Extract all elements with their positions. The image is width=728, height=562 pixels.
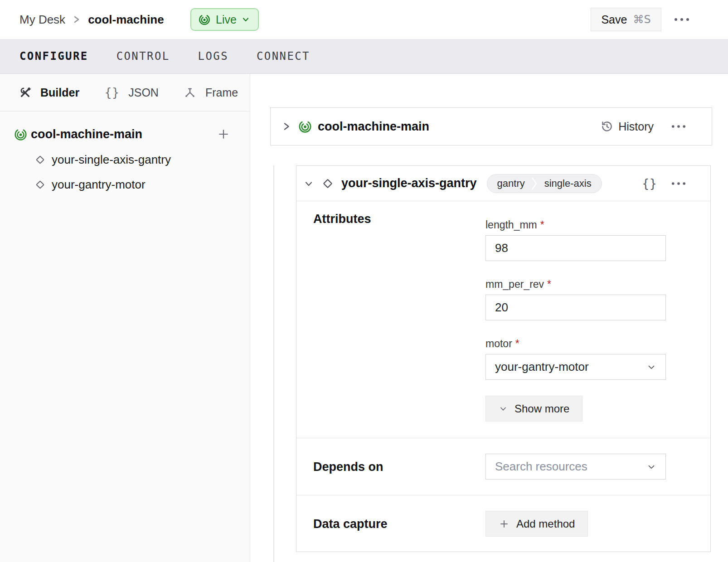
depends-on-label: Depends on bbox=[313, 460, 383, 474]
component-card-header: your-single-axis-gantry gantry single-ax… bbox=[296, 166, 710, 201]
mode-frame-label: Frame bbox=[205, 86, 238, 99]
live-status-label: Live bbox=[216, 13, 237, 26]
edit-json-button[interactable]: {} bbox=[642, 177, 657, 190]
expand-chevron-right-icon[interactable] bbox=[281, 121, 291, 132]
field-length-mm-label: length_mm bbox=[485, 218, 537, 231]
save-button-label: Save bbox=[601, 13, 627, 26]
field-motor-label: motor bbox=[485, 337, 512, 350]
component-type: gantry bbox=[487, 174, 531, 193]
tree-item-motor-label: your-gantry-motor bbox=[52, 178, 146, 192]
tree-item-motor[interactable]: your-gantry-motor bbox=[0, 175, 250, 194]
mode-json-label: JSON bbox=[128, 86, 159, 99]
history-button[interactable]: History bbox=[601, 120, 654, 133]
motor-select-value: your-gantry-motor bbox=[495, 360, 589, 374]
history-label: History bbox=[618, 120, 654, 133]
attributes-section-label: Attributes bbox=[313, 212, 371, 226]
show-more-button[interactable]: Show more bbox=[485, 396, 582, 422]
add-component-button[interactable] bbox=[217, 128, 230, 140]
config-mode-switcher: Builder {} JSON Frame bbox=[0, 74, 250, 111]
mode-frame[interactable]: Frame bbox=[184, 86, 238, 99]
show-more-label: Show more bbox=[514, 402, 569, 415]
component-diamond-icon bbox=[320, 176, 335, 191]
chevron-down-icon bbox=[499, 404, 508, 413]
mode-json[interactable]: {} JSON bbox=[104, 86, 159, 99]
configure-sidebar: Builder {} JSON Frame bbox=[0, 74, 250, 562]
chevron-down-icon bbox=[646, 462, 656, 472]
field-mm-per-rev: mm_per_rev * bbox=[485, 278, 666, 320]
component-model: single-axis bbox=[538, 174, 602, 193]
braces-icon: {} bbox=[104, 86, 119, 99]
tree-item-main-part[interactable]: cool-machine-main bbox=[0, 124, 250, 144]
component-menu-button[interactable] bbox=[671, 182, 686, 185]
breadcrumb: My Desk cool-machine bbox=[19, 0, 164, 39]
mode-builder[interactable]: Builder bbox=[19, 86, 79, 99]
broadcast-icon bbox=[14, 127, 28, 141]
history-clock-icon bbox=[601, 120, 613, 133]
breadcrumb-parent[interactable]: My Desk bbox=[19, 13, 65, 27]
badge-divider-chevron bbox=[531, 174, 538, 193]
chevron-right-icon bbox=[73, 14, 80, 25]
component-card: your-single-axis-gantry gantry single-ax… bbox=[296, 165, 711, 552]
ellipsis-icon bbox=[671, 125, 686, 128]
required-asterisk: * bbox=[540, 218, 544, 231]
tab-logs[interactable]: LOGS bbox=[198, 50, 228, 63]
tree-item-gantry-label: your-single-axis-gantry bbox=[52, 153, 171, 167]
chevron-down-icon bbox=[242, 15, 250, 24]
length-mm-input[interactable] bbox=[485, 235, 666, 261]
part-card: cool-machine-main History bbox=[270, 107, 712, 145]
component-type-badge: gantry single-axis bbox=[487, 174, 602, 193]
tree-item-main-part-label: cool-machine-main bbox=[31, 127, 142, 141]
field-length-mm: length_mm * bbox=[485, 218, 666, 261]
live-status-badge[interactable]: Live bbox=[190, 8, 259, 31]
data-capture-section: Data capture Add method bbox=[296, 495, 710, 552]
broadcast-icon bbox=[198, 13, 211, 26]
add-method-label: Add method bbox=[516, 518, 575, 530]
component-diamond-icon bbox=[34, 153, 47, 166]
tree-item-gantry[interactable]: your-single-axis-gantry bbox=[0, 150, 250, 169]
tools-icon bbox=[19, 87, 31, 99]
machine-part-tree: cool-machine-main your-single-axis-gantr… bbox=[0, 111, 250, 194]
motor-select[interactable]: your-gantry-motor bbox=[485, 354, 666, 380]
depends-on-placeholder: Search resources bbox=[495, 460, 587, 474]
mm-per-rev-input[interactable] bbox=[485, 295, 666, 320]
add-method-button[interactable]: Add method bbox=[485, 511, 588, 537]
ellipsis-icon bbox=[674, 18, 689, 21]
field-motor: motor * your-gantry-motor bbox=[485, 337, 666, 380]
save-shortcut: ⌘S bbox=[633, 13, 650, 26]
tab-configure[interactable]: CONFIGURE bbox=[19, 50, 88, 63]
ellipsis-icon bbox=[671, 182, 686, 185]
header-overflow-menu-button[interactable] bbox=[672, 13, 692, 26]
required-asterisk: * bbox=[515, 337, 519, 350]
component-title: your-single-axis-gantry bbox=[341, 176, 477, 190]
plus-icon bbox=[217, 128, 230, 140]
save-button[interactable]: Save ⌘S bbox=[591, 8, 661, 31]
collapse-chevron-down-icon[interactable] bbox=[303, 178, 314, 189]
data-capture-label: Data capture bbox=[313, 517, 388, 531]
field-mm-per-rev-label: mm_per_rev bbox=[485, 278, 544, 291]
machine-name: cool-machine bbox=[88, 13, 164, 27]
part-card-menu-button[interactable] bbox=[671, 125, 686, 128]
chevron-down-icon bbox=[646, 362, 656, 372]
machine-tabbar: CONFIGURE CONTROL LOGS CONNECT bbox=[0, 39, 728, 74]
depends-on-select[interactable]: Search resources bbox=[485, 454, 666, 480]
configure-main-panel: cool-machine-main History bbox=[250, 74, 728, 562]
required-asterisk: * bbox=[547, 278, 551, 291]
tab-control[interactable]: CONTROL bbox=[116, 50, 170, 63]
attributes-section: Attributes length_mm * mm_per_rev * bbox=[296, 201, 710, 438]
plus-icon bbox=[499, 518, 510, 529]
tab-connect[interactable]: CONNECT bbox=[257, 50, 310, 63]
part-card-title: cool-machine-main bbox=[318, 120, 429, 134]
frame-icon bbox=[184, 86, 196, 99]
component-diamond-icon bbox=[34, 178, 47, 191]
broadcast-icon bbox=[298, 119, 312, 134]
mode-builder-label: Builder bbox=[40, 86, 79, 99]
part-group-connector bbox=[273, 165, 274, 562]
depends-on-section: Depends on Search resources bbox=[296, 438, 710, 495]
app-header: My Desk cool-machine Live Save ⌘S bbox=[0, 0, 728, 39]
